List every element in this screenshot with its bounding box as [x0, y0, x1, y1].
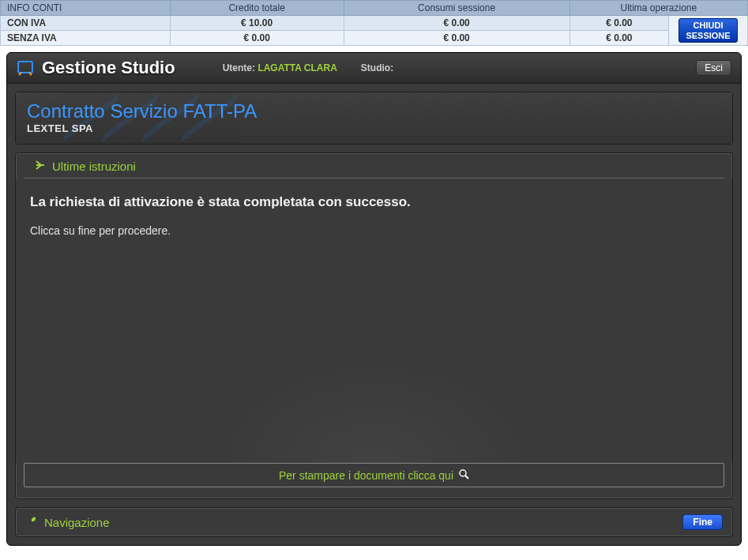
svg-line-2 — [465, 475, 468, 479]
print-documents-label: Per stampare i documenti clicca qui — [279, 469, 453, 482]
info-header-label: INFO CONTI — [1, 1, 171, 16]
app-header: Gestione Studio Utente: LAGATTA CLARA St… — [7, 53, 741, 84]
contract-subtitle: LEXTEL SPA — [27, 122, 721, 134]
close-session-button[interactable]: CHIUDI SESSIONE — [678, 18, 737, 42]
app-title: Gestione Studio — [42, 58, 175, 78]
row-label: CON IVA — [1, 16, 171, 31]
app-shell: Gestione Studio Utente: LAGATTA CLARA St… — [6, 52, 742, 546]
svg-point-1 — [460, 470, 466, 476]
row-ultima: € 0.00 — [569, 31, 668, 46]
row-label: SENZA IVA — [1, 31, 171, 46]
instructions-section-title: Ultime istruzioni — [52, 160, 136, 173]
navigation-panel: Navigazione Fine — [15, 507, 733, 537]
table-row: CON IVA € 10.00 € 0.00 € 0.00 CHIUDI SES… — [1, 16, 748, 31]
instructions-panel: Ultime istruzioni La richiesta di attiva… — [15, 152, 733, 499]
user-block: Utente: LAGATTA CLARA Studio: — [223, 62, 393, 73]
user-label: Utente: — [223, 62, 255, 73]
row-consumi: € 0.00 — [344, 16, 569, 31]
navigation-title: Navigazione — [44, 516, 110, 529]
info-header-consumi: Consumi sessione — [344, 1, 569, 16]
svg-rect-0 — [18, 62, 32, 73]
info-table: INFO CONTI Credito totale Consumi sessio… — [0, 0, 748, 46]
row-credito: € 0.00 — [170, 31, 344, 46]
exit-button[interactable]: Esci — [696, 60, 731, 76]
contract-title: Contratto Servizio FATT-PA — [27, 100, 721, 122]
wrench-icon — [25, 515, 38, 530]
print-documents-link[interactable]: Per stampare i documenti clicca qui — [24, 463, 724, 487]
contract-panel: Contratto Servizio FATT-PA LEXTEL SPA — [15, 92, 733, 145]
studio-label: Studio: — [361, 62, 393, 73]
proceed-hint: Clicca su fine per procedere. — [30, 224, 718, 237]
user-name: LAGATTA CLARA — [257, 62, 336, 73]
table-row: SENZA IVA € 0.00 € 0.00 € 0.00 — [1, 31, 748, 46]
success-message: La richiesta di attivazione è stata comp… — [30, 194, 718, 210]
row-credito: € 10.00 — [170, 16, 344, 31]
row-ultima: € 0.00 — [569, 16, 668, 31]
info-header-credito: Credito totale — [170, 1, 344, 16]
app-logo-icon — [17, 59, 34, 77]
fine-button[interactable]: Fine — [682, 514, 723, 530]
arrow-right-icon — [35, 160, 46, 173]
row-consumi: € 0.00 — [344, 31, 569, 46]
info-header-ultima: Ultima operazione — [569, 1, 747, 16]
magnifier-icon — [458, 468, 469, 482]
